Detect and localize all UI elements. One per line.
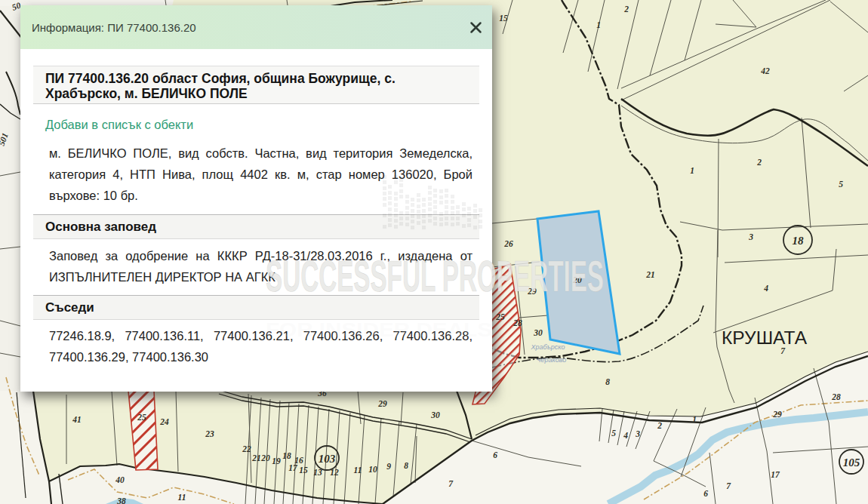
svg-text:22: 22 bbox=[242, 444, 251, 453]
svg-text:105: 105 bbox=[843, 456, 860, 469]
svg-text:9: 9 bbox=[386, 462, 391, 471]
svg-text:30: 30 bbox=[533, 328, 543, 337]
svg-text:19: 19 bbox=[272, 456, 281, 466]
svg-text:1: 1 bbox=[692, 415, 697, 424]
svg-text:4: 4 bbox=[623, 431, 628, 440]
svg-text:26: 26 bbox=[503, 239, 513, 248]
svg-text:42: 42 bbox=[760, 66, 770, 75]
svg-text:15: 15 bbox=[499, 14, 508, 23]
svg-text:21: 21 bbox=[251, 453, 261, 463]
svg-text:5: 5 bbox=[839, 180, 843, 189]
svg-text:11: 11 bbox=[354, 466, 362, 475]
svg-text:25: 25 bbox=[495, 312, 505, 321]
svg-text:38: 38 bbox=[116, 496, 126, 504]
svg-text:13: 13 bbox=[313, 468, 322, 477]
svg-text:2: 2 bbox=[623, 5, 629, 14]
svg-text:2: 2 bbox=[756, 158, 762, 167]
svg-text:29: 29 bbox=[527, 287, 537, 296]
svg-text:21: 21 bbox=[645, 270, 655, 279]
svg-text:25: 25 bbox=[137, 413, 146, 422]
svg-text:3: 3 bbox=[748, 232, 753, 241]
svg-text:103: 103 bbox=[319, 453, 336, 465]
svg-text:1: 1 bbox=[596, 20, 601, 29]
svg-text:41: 41 bbox=[72, 415, 82, 424]
svg-text:чераково: чераково bbox=[537, 356, 566, 364]
svg-text:28: 28 bbox=[831, 392, 841, 401]
svg-text:18: 18 bbox=[282, 451, 291, 460]
svg-text:30: 30 bbox=[430, 410, 440, 419]
svg-text:2: 2 bbox=[657, 421, 662, 430]
svg-text:5: 5 bbox=[611, 429, 616, 438]
svg-text:11: 11 bbox=[178, 493, 186, 502]
svg-text:24: 24 bbox=[159, 417, 169, 426]
svg-text:23: 23 bbox=[205, 429, 214, 438]
svg-text:8: 8 bbox=[404, 461, 408, 470]
svg-text:29: 29 bbox=[772, 410, 782, 419]
svg-text:Храбърско: Храбърско bbox=[530, 343, 565, 351]
svg-text:10: 10 bbox=[368, 465, 377, 474]
svg-text:1: 1 bbox=[690, 166, 694, 175]
svg-text:17: 17 bbox=[771, 470, 780, 479]
svg-text:16: 16 bbox=[294, 456, 303, 465]
svg-text:28: 28 bbox=[512, 318, 522, 327]
svg-text:18: 18 bbox=[793, 235, 805, 247]
svg-text:6: 6 bbox=[493, 450, 497, 459]
svg-text:КРУШАТА: КРУШАТА bbox=[722, 327, 807, 348]
svg-text:6: 6 bbox=[703, 489, 708, 498]
svg-text:40: 40 bbox=[115, 475, 125, 484]
svg-text:8: 8 bbox=[605, 377, 610, 386]
svg-text:20: 20 bbox=[572, 275, 582, 284]
svg-text:15: 15 bbox=[299, 466, 308, 475]
svg-text:4: 4 bbox=[763, 284, 768, 293]
svg-text:29: 29 bbox=[377, 399, 387, 408]
svg-text:12: 12 bbox=[330, 468, 339, 477]
svg-text:20: 20 bbox=[260, 453, 270, 463]
svg-text:3: 3 bbox=[635, 429, 640, 438]
